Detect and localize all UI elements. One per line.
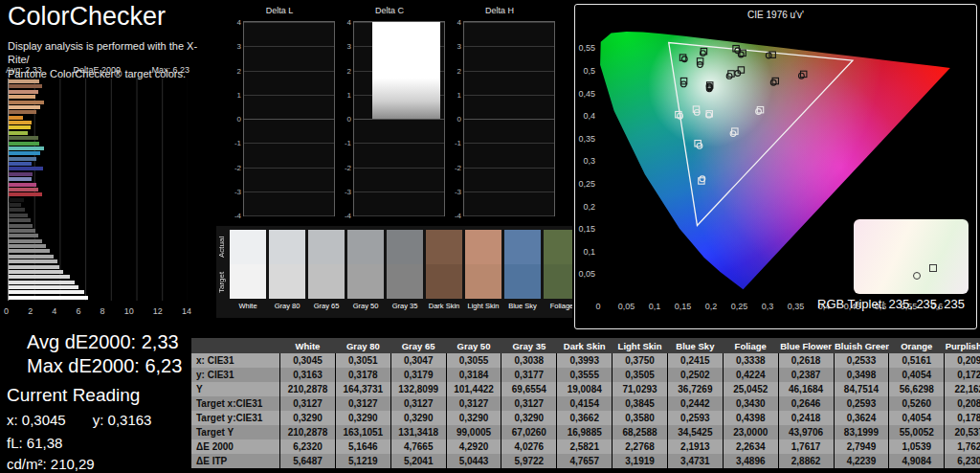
table-row: ΔE ITP5,64875,12195,20415,04435,97224,76… [191,454,980,468]
de2000-bar [9,244,46,248]
table-cell: 0,3290 [335,411,390,425]
table-cell: 0,3290 [501,411,557,425]
inset-measured-marker [913,272,921,280]
patch-actual-swatch [504,230,541,264]
patch-actual-swatch [347,230,384,264]
de2000-bar [9,183,36,187]
axis-tick-label: 0 [4,306,9,316]
de2000-bar [9,157,36,161]
table-row: Target Y210,2878163,1051131,341899,00056… [191,425,980,439]
table-cell: 0,3845 [612,396,668,411]
de2000-bar [9,131,28,135]
axis-tick-label: -4 [227,212,241,220]
fl-reading: fL: 61,38 [7,435,62,451]
gridline [464,168,554,169]
table-cell: 0,3290 [446,411,501,425]
de2000-bar [9,224,33,228]
table-cell: 55,0052 [889,425,945,439]
table-header-cell: Blue Sky [667,338,723,353]
gridline [244,168,334,169]
patch-actual-swatch [308,230,345,264]
table-header-row: WhiteGray 80Gray 65Gray 50Gray 35Dark Sk… [191,338,980,353]
table-cell: 0,2593 [667,411,723,425]
cie-title: CIE 1976 u'v' [575,10,976,20]
de2000-max-label: Max: 6,23 [151,65,189,75]
table-header-cell [191,338,280,353]
swatch-row: WhiteGray 80Gray 65Gray 50Gray 35Dark Sk… [230,230,572,310]
row-label-cell: Target y:CIE31 [191,411,280,425]
colorchecker-patch: Foliage [544,230,572,310]
axis-tick-label: 4 [52,306,56,316]
colorchecker-patch: Dark Skin [426,230,462,310]
page-title: ColorChecker [8,2,213,32]
table-cell: 0,3051 [335,353,390,368]
axis-tick-label: 1 [227,90,241,99]
de2000-x-axis: 02468101214 [4,306,191,316]
row-label-cell: ΔE ITP [191,454,280,468]
table-header-cell: Foliage [723,338,778,353]
table-cell: 23,0000 [723,425,778,439]
cie-x-tick: 0 [595,302,600,311]
table-cell: 0,3163 [280,368,336,382]
cie-x-tick: 0,2 [705,302,718,311]
table-cell: 5,2041 [390,454,446,468]
de2000-bar [9,167,43,170]
cie-x-tick: 0,05 [618,302,635,311]
swatch-row-label-target: Target [217,265,226,300]
axis-tick-label: 14 [182,306,191,316]
patch-target-swatch [465,264,501,299]
axis-tick-label: 10 [124,306,134,316]
de2000-bar [9,142,39,146]
cie-y-tick: 0,05 [578,269,595,279]
delta-c-title: Delta C [332,6,447,17]
table-cell: 2,2634 [723,439,778,454]
table-cell: 22,1626 [945,382,980,396]
table-cell: 0,3430 [723,396,778,411]
gridline [464,71,554,72]
table-cell: 71,0293 [612,382,668,396]
table-cell: 43,9706 [778,425,834,439]
table-header-cell: Light Skin [612,338,668,353]
table-cell: 3,4731 [667,454,723,468]
table-cell: 0,2502 [667,368,723,382]
colorchecker-patch: Gray 65 [308,230,345,310]
table-cell: 0,2646 [778,396,834,411]
de2000-bar [9,172,33,176]
table-cell: 84,7514 [834,382,889,396]
de2000-bar [9,203,21,207]
table-cell: 4,7665 [390,439,446,454]
table-cell: 0,3290 [280,411,336,425]
table-cell: 5,0443 [446,454,501,468]
de2000-bar [9,229,35,233]
table-row: ΔE 20006,23205,16464,76654,29204,02762,5… [191,439,980,454]
table-cell: 0,5260 [889,396,945,411]
table-cell: 1,0539 [889,439,945,454]
de2000-bar [9,162,32,166]
gridline [464,143,554,144]
table-cell: 0,3505 [612,368,668,382]
current-reading-title: Current Reading [7,385,140,406]
de2000-bar [9,239,42,243]
axis-tick-label: 4 [227,18,241,27]
page-subtitle-line1: Display analysis is performed with the X… [8,39,213,67]
de2000-bar [9,296,88,300]
patch-target-swatch [504,264,541,299]
axis-tick-label: -3 [337,187,351,195]
de2000-bar [9,116,23,120]
table-cell: 0,3127 [335,396,390,411]
table-cell: 56,6298 [889,382,945,396]
axis-tick-label: -4 [447,212,461,220]
de2000-bar [9,270,63,274]
gridline [464,22,554,23]
table-cell: 6,2320 [280,439,336,454]
patch-target-swatch [347,264,384,299]
table-cell: 0,1728 [945,368,980,382]
de2000-chart-title: DeltaE 2000 [73,65,121,75]
table-cell: 0,4154 [557,396,612,411]
patch-label: Gray 50 [347,302,384,310]
table-cell: 19,0084 [557,382,612,396]
cie-y-tick: 0,4 [583,111,595,121]
table-cell: 0,5161 [889,353,945,368]
swatch-row-label-actual: Actual [217,230,226,264]
table-cell: 69,6554 [501,382,557,396]
